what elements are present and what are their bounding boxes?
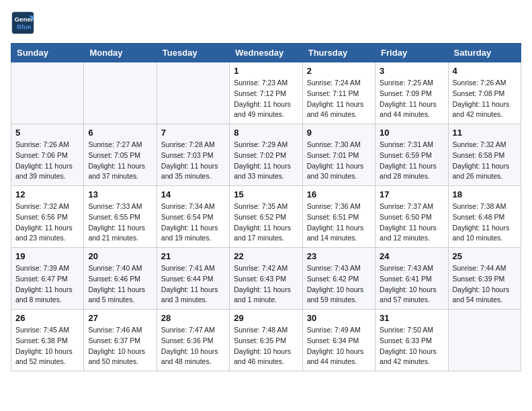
day-number: 30 [307, 313, 371, 323]
calendar-cell [84, 62, 157, 124]
calendar-cell: 16Sunrise: 7:36 AM Sunset: 6:51 PM Dayli… [302, 186, 375, 248]
calendar-cell: 25Sunrise: 7:44 AM Sunset: 6:39 PM Dayli… [448, 248, 521, 310]
day-info: Sunrise: 7:28 AM Sunset: 7:03 PM Dayligh… [161, 140, 225, 182]
day-number: 21 [161, 251, 225, 261]
day-number: 3 [380, 66, 443, 76]
day-number: 18 [453, 189, 517, 199]
calendar-cell [448, 310, 521, 371]
day-info: Sunrise: 7:43 AM Sunset: 6:42 PM Dayligh… [307, 263, 371, 306]
calendar-cell: 2Sunrise: 7:24 AM Sunset: 7:11 PM Daylig… [302, 62, 375, 124]
day-info: Sunrise: 7:43 AM Sunset: 6:41 PM Dayligh… [380, 263, 443, 306]
day-info: Sunrise: 7:35 AM Sunset: 6:52 PM Dayligh… [234, 201, 298, 244]
day-info: Sunrise: 7:31 AM Sunset: 6:59 PM Dayligh… [380, 140, 443, 182]
calendar-week-row: 26Sunrise: 7:45 AM Sunset: 6:38 PM Dayli… [11, 310, 521, 371]
calendar-week-row: 5Sunrise: 7:26 AM Sunset: 7:06 PM Daylig… [11, 124, 521, 186]
day-number: 5 [15, 128, 79, 138]
calendar-cell: 7Sunrise: 7:28 AM Sunset: 7:03 PM Daylig… [157, 124, 229, 186]
day-info: Sunrise: 7:29 AM Sunset: 7:02 PM Dayligh… [234, 140, 298, 182]
day-info: Sunrise: 7:24 AM Sunset: 7:11 PM Dayligh… [307, 78, 371, 120]
day-number: 13 [88, 189, 152, 199]
day-info: Sunrise: 7:47 AM Sunset: 6:36 PM Dayligh… [161, 325, 225, 367]
day-info: Sunrise: 7:30 AM Sunset: 7:01 PM Dayligh… [307, 140, 371, 182]
calendar-cell: 23Sunrise: 7:43 AM Sunset: 6:42 PM Dayli… [302, 248, 375, 310]
weekday-header-saturday: Saturday [448, 44, 521, 62]
day-number: 15 [234, 189, 298, 199]
calendar-cell: 26Sunrise: 7:45 AM Sunset: 6:38 PM Dayli… [11, 310, 84, 371]
day-number: 26 [15, 313, 79, 323]
day-info: Sunrise: 7:48 AM Sunset: 6:35 PM Dayligh… [234, 325, 298, 367]
day-number: 11 [453, 128, 517, 138]
day-info: Sunrise: 7:37 AM Sunset: 6:50 PM Dayligh… [380, 201, 443, 244]
day-info: Sunrise: 7:25 AM Sunset: 7:09 PM Dayligh… [380, 78, 443, 120]
day-info: Sunrise: 7:27 AM Sunset: 7:05 PM Dayligh… [88, 140, 152, 182]
weekday-header-wednesday: Wednesday [230, 44, 302, 62]
day-number: 2 [307, 66, 371, 76]
day-info: Sunrise: 7:23 AM Sunset: 7:12 PM Dayligh… [234, 78, 298, 120]
calendar-cell: 12Sunrise: 7:32 AM Sunset: 6:56 PM Dayli… [11, 186, 84, 248]
day-number: 24 [380, 251, 443, 261]
day-number: 7 [161, 128, 225, 138]
day-number: 14 [161, 189, 225, 199]
day-info: Sunrise: 7:34 AM Sunset: 6:54 PM Dayligh… [161, 201, 225, 244]
calendar-cell: 9Sunrise: 7:30 AM Sunset: 7:01 PM Daylig… [302, 124, 375, 186]
calendar-cell: 8Sunrise: 7:29 AM Sunset: 7:02 PM Daylig… [230, 124, 302, 186]
day-number: 10 [380, 128, 443, 138]
calendar-cell: 1Sunrise: 7:23 AM Sunset: 7:12 PM Daylig… [230, 62, 302, 124]
day-info: Sunrise: 7:42 AM Sunset: 6:43 PM Dayligh… [234, 263, 298, 306]
day-number: 1 [234, 66, 298, 76]
day-number: 25 [453, 251, 517, 261]
day-number: 19 [15, 251, 79, 261]
weekday-header-monday: Monday [84, 44, 157, 62]
page-header: General Blue [11, 11, 521, 35]
day-number: 4 [453, 66, 517, 76]
day-number: 31 [380, 313, 443, 323]
weekday-header-tuesday: Tuesday [157, 44, 229, 62]
day-info: Sunrise: 7:32 AM Sunset: 6:56 PM Dayligh… [15, 201, 79, 244]
day-number: 23 [307, 251, 371, 261]
weekday-header-thursday: Thursday [302, 44, 375, 62]
day-info: Sunrise: 7:49 AM Sunset: 6:34 PM Dayligh… [307, 325, 371, 367]
day-info: Sunrise: 7:41 AM Sunset: 6:44 PM Dayligh… [161, 263, 225, 306]
svg-text:Blue: Blue [17, 23, 32, 30]
calendar-cell: 31Sunrise: 7:50 AM Sunset: 6:33 PM Dayli… [375, 310, 448, 371]
calendar-cell: 6Sunrise: 7:27 AM Sunset: 7:05 PM Daylig… [84, 124, 157, 186]
day-info: Sunrise: 7:33 AM Sunset: 6:55 PM Dayligh… [88, 201, 152, 244]
day-number: 12 [15, 189, 79, 199]
logo-icon: General Blue [11, 11, 35, 35]
calendar-cell: 20Sunrise: 7:40 AM Sunset: 6:46 PM Dayli… [84, 248, 157, 310]
day-info: Sunrise: 7:39 AM Sunset: 6:47 PM Dayligh… [15, 263, 79, 306]
day-number: 20 [88, 251, 152, 261]
calendar-cell: 11Sunrise: 7:32 AM Sunset: 6:58 PM Dayli… [448, 124, 521, 186]
calendar-week-row: 19Sunrise: 7:39 AM Sunset: 6:47 PM Dayli… [11, 248, 521, 310]
calendar-cell: 4Sunrise: 7:26 AM Sunset: 7:08 PM Daylig… [448, 62, 521, 124]
day-number: 28 [161, 313, 225, 323]
day-number: 22 [234, 251, 298, 261]
day-info: Sunrise: 7:44 AM Sunset: 6:39 PM Dayligh… [453, 263, 517, 306]
day-number: 16 [307, 189, 371, 199]
calendar-cell: 27Sunrise: 7:46 AM Sunset: 6:37 PM Dayli… [84, 310, 157, 371]
day-number: 29 [234, 313, 298, 323]
calendar-cell: 30Sunrise: 7:49 AM Sunset: 6:34 PM Dayli… [302, 310, 375, 371]
calendar-cell: 5Sunrise: 7:26 AM Sunset: 7:06 PM Daylig… [11, 124, 84, 186]
calendar-week-row: 12Sunrise: 7:32 AM Sunset: 6:56 PM Dayli… [11, 186, 521, 248]
day-number: 8 [234, 128, 298, 138]
day-number: 27 [88, 313, 152, 323]
day-info: Sunrise: 7:38 AM Sunset: 6:48 PM Dayligh… [453, 201, 517, 244]
day-info: Sunrise: 7:26 AM Sunset: 7:06 PM Dayligh… [15, 140, 79, 182]
day-info: Sunrise: 7:50 AM Sunset: 6:33 PM Dayligh… [380, 325, 443, 367]
calendar-cell: 21Sunrise: 7:41 AM Sunset: 6:44 PM Dayli… [157, 248, 229, 310]
day-info: Sunrise: 7:46 AM Sunset: 6:37 PM Dayligh… [88, 325, 152, 367]
day-info: Sunrise: 7:26 AM Sunset: 7:08 PM Dayligh… [453, 78, 517, 120]
calendar-table: SundayMondayTuesdayWednesdayThursdayFrid… [11, 43, 521, 371]
day-number: 9 [307, 128, 371, 138]
calendar-cell: 19Sunrise: 7:39 AM Sunset: 6:47 PM Dayli… [11, 248, 84, 310]
day-info: Sunrise: 7:36 AM Sunset: 6:51 PM Dayligh… [307, 201, 371, 244]
day-info: Sunrise: 7:32 AM Sunset: 6:58 PM Dayligh… [453, 140, 517, 182]
day-number: 17 [380, 189, 443, 199]
day-info: Sunrise: 7:45 AM Sunset: 6:38 PM Dayligh… [15, 325, 79, 367]
calendar-cell: 15Sunrise: 7:35 AM Sunset: 6:52 PM Dayli… [230, 186, 302, 248]
calendar-cell: 24Sunrise: 7:43 AM Sunset: 6:41 PM Dayli… [375, 248, 448, 310]
logo: General Blue [11, 11, 39, 35]
calendar-cell: 22Sunrise: 7:42 AM Sunset: 6:43 PM Dayli… [230, 248, 302, 310]
calendar-cell: 29Sunrise: 7:48 AM Sunset: 6:35 PM Dayli… [230, 310, 302, 371]
